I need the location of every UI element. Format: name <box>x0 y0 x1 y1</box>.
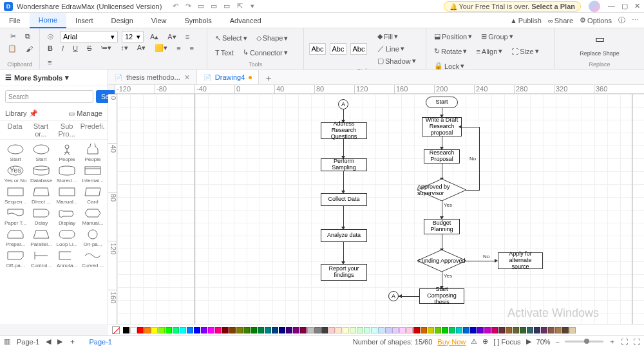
bullets-icon[interactable]: ≔▾ <box>98 42 114 53</box>
color-swatch[interactable] <box>201 327 207 333</box>
options-button[interactable]: ⚙ Options <box>580 15 612 25</box>
color-swatch[interactable] <box>456 327 462 333</box>
shape-item[interactable]: Database <box>28 164 54 185</box>
rotate-dropdown[interactable]: ↻ Rotate▾ <box>431 46 469 57</box>
color-swatch[interactable] <box>392 327 399 333</box>
zoom-slider[interactable] <box>565 341 603 342</box>
share-button[interactable]: ∞ Share <box>548 15 573 25</box>
color-swatch[interactable] <box>307 327 314 333</box>
color-swatch[interactable] <box>357 327 363 333</box>
color-swatch[interactable] <box>130 327 137 333</box>
node-budget-planning[interactable]: Budget Planning <box>424 219 460 234</box>
page-indicator[interactable]: Page-1 <box>17 338 39 346</box>
fill-dropdown[interactable]: ◆ Fill ▾ <box>375 31 419 42</box>
highlight-icon[interactable]: 🟨▾ <box>152 42 170 53</box>
color-swatch[interactable] <box>406 327 413 333</box>
align-left-icon[interactable]: ≡ <box>174 43 183 53</box>
cat-predefined[interactable]: Predefi... <box>80 122 105 138</box>
connector-a[interactable]: A <box>338 99 348 109</box>
shape-item[interactable]: Paper T... <box>3 206 28 227</box>
node-report-findings[interactable]: Report your findings <box>321 264 367 281</box>
node-approved-supervisor[interactable]: Approved by supervisor <box>417 179 466 201</box>
bold-button[interactable]: B <box>45 43 55 53</box>
color-swatch[interactable] <box>166 327 172 333</box>
menu-home[interactable]: Home <box>30 13 66 28</box>
format-painter-icon[interactable]: 🖌 <box>23 43 35 54</box>
color-swatch[interactable] <box>463 327 469 333</box>
color-swatch[interactable] <box>158 327 165 333</box>
style-preset-3[interactable]: Abc <box>350 43 367 55</box>
align-dropdown[interactable]: ≡ Align▾ <box>473 46 505 57</box>
maximize-button[interactable]: ▢ <box>621 2 628 10</box>
color-swatch[interactable] <box>484 327 491 333</box>
copy-icon[interactable]: ⧉ <box>23 31 33 42</box>
color-swatch[interactable] <box>187 327 193 333</box>
spacing-icon[interactable]: ↕▾ <box>118 42 131 53</box>
play-icon[interactable]: ▶ <box>526 337 531 346</box>
manage-library-button[interactable]: ▭ Manage <box>68 109 102 118</box>
more-icon[interactable]: ▾ <box>248 2 257 11</box>
color-swatch[interactable] <box>251 327 257 333</box>
doc-tab-1[interactable]: 📄 thesis methodo...✕ <box>108 70 197 84</box>
pages-icon[interactable]: ▥ <box>4 337 10 346</box>
user-avatar[interactable] <box>589 1 600 12</box>
align-right-icon[interactable]: ≡ <box>45 57 54 68</box>
print-icon[interactable]: ▭ <box>222 2 231 11</box>
color-swatch[interactable] <box>548 327 554 333</box>
shape-tool[interactable]: ◇ Shape ▾ <box>254 33 291 44</box>
no-fill-icon[interactable] <box>112 326 120 334</box>
connector-tool[interactable]: ↳ Connector ▾ <box>240 47 290 58</box>
replace-shape-icon[interactable]: ▭ <box>595 33 605 45</box>
color-swatch[interactable] <box>470 327 477 333</box>
color-swatch[interactable] <box>180 327 186 333</box>
node-funding-approved[interactable]: Funding Approved <box>417 250 466 272</box>
color-swatch[interactable] <box>428 327 434 333</box>
buy-now-link[interactable]: Buy Now <box>437 338 466 346</box>
cat-subprocess[interactable]: Sub Pro... <box>55 122 79 138</box>
warning-icon[interactable]: ⚠ <box>471 337 477 346</box>
minimize-button[interactable]: — <box>608 2 615 10</box>
color-swatch[interactable] <box>137 327 144 333</box>
style-preset-1[interactable]: Abc <box>309 43 326 55</box>
cut-icon[interactable]: ✂ <box>8 31 19 42</box>
color-swatch[interactable] <box>385 327 392 333</box>
shape-item[interactable]: Annota... <box>54 249 80 270</box>
align-center-icon[interactable]: ≡ <box>187 43 196 53</box>
node-perform-sampling[interactable]: Perform Sampling <box>321 158 367 171</box>
menu-view[interactable]: View <box>142 13 176 28</box>
color-swatch[interactable] <box>151 327 158 333</box>
color-swatch[interactable] <box>562 327 569 333</box>
add-tab-button[interactable]: ＋ <box>259 73 278 84</box>
cat-start[interactable]: Start or... <box>28 122 53 138</box>
zoom-in-button[interactable]: ＋ <box>609 337 616 346</box>
color-swatch[interactable] <box>328 327 335 333</box>
node-research-proposal[interactable]: Research Proposal <box>424 149 460 164</box>
shape-item[interactable]: Manual... <box>54 185 80 206</box>
color-swatch[interactable] <box>215 327 222 333</box>
increase-font-icon[interactable]: A▴ <box>147 32 161 42</box>
shadow-dropdown[interactable]: ▢ Shadow ▾ <box>375 55 419 66</box>
color-swatch[interactable] <box>399 327 406 333</box>
color-swatch[interactable] <box>413 327 420 333</box>
color-swatch[interactable] <box>506 327 512 333</box>
color-swatch[interactable] <box>541 327 547 333</box>
underline-button[interactable]: U <box>70 43 80 53</box>
color-swatch[interactable] <box>555 327 562 333</box>
shape-item[interactable]: Direct ... <box>28 185 54 206</box>
prev-page-button[interactable]: ◀ <box>46 337 51 346</box>
doc-tab-2[interactable]: 📄 Drawing4 <box>197 70 259 84</box>
text-tool[interactable]: T Text <box>213 48 236 58</box>
connector-a2[interactable]: A <box>388 291 399 301</box>
target-icon[interactable]: ⊕ <box>482 337 488 346</box>
shape-item[interactable]: People <box>54 142 80 164</box>
shape-item[interactable]: Curved ... <box>80 249 106 270</box>
italic-button[interactable]: I <box>59 43 66 53</box>
color-swatch[interactable] <box>321 327 328 333</box>
shape-item[interactable]: Delay <box>28 206 54 227</box>
undo-icon[interactable]: ↶ <box>171 2 180 11</box>
shape-item[interactable]: Parallel... <box>28 227 54 249</box>
shape-item[interactable]: Loop Li... <box>54 227 80 249</box>
menu-advanced[interactable]: Advanced <box>221 13 270 28</box>
line-dropdown[interactable]: ／ Line ▾ <box>375 42 419 55</box>
shape-item[interactable]: People <box>80 142 106 164</box>
